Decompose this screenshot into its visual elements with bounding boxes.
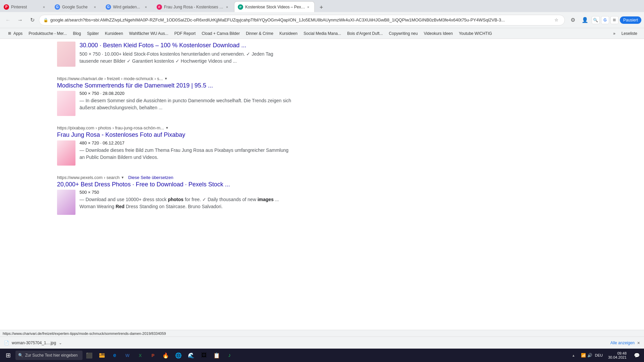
download-show-all-button[interactable]: Alle anzeigen xyxy=(610,341,635,345)
taskbar-icon-excel[interactable]: X xyxy=(134,349,146,361)
tab-loading-close[interactable]: × xyxy=(143,4,149,10)
bookmark-spaeter-label: Später xyxy=(87,31,99,36)
download-close-button[interactable]: × xyxy=(637,340,640,346)
google-favicon: G xyxy=(55,4,60,10)
profile-button[interactable]: 👤 xyxy=(580,15,590,25)
result-snippet-pixabay: — Downloade dieses freie Bild zum Thema … xyxy=(79,147,292,161)
result-title-pixabay[interactable]: Frau Jung Rosa - Kostenloses Foto auf Pi… xyxy=(57,131,292,139)
address-bar[interactable]: 🔒 google.at/search?tbs=sbi:AMhZZivpLzNge… xyxy=(39,15,565,25)
bookmark-produktsuche[interactable]: Produktsuche - Mer... xyxy=(26,29,69,38)
taskbar-icon-app2[interactable]: 📋 xyxy=(211,349,223,361)
bookmark-wahlfaecher-label: Wahlfächer WU Aus... xyxy=(129,31,168,36)
tab-pexels-title: Kostenlose Stock Videos – Pexe... xyxy=(245,5,306,9)
snippet-bold-images: images xyxy=(258,197,274,202)
result-url-pexels-arrow[interactable]: ▼ xyxy=(121,176,124,179)
taskbar-volume-icon: 🔊 xyxy=(587,353,592,358)
extension-icon-3[interactable]: ⊞ xyxy=(610,16,619,24)
bookmark-pdf[interactable]: PDF Report xyxy=(172,29,198,38)
bookmark-wahlfaecher[interactable]: Wahlfächer WU Aus... xyxy=(126,29,171,38)
result-meta-pexels-text: 500 × 750 xyxy=(79,190,99,195)
result-title-0[interactable]: 30.000 · Besten Kleid Fotos – 100 % Kost… xyxy=(79,42,292,49)
download-file-icon: 📄 xyxy=(4,341,9,345)
taskbar-search[interactable]: 🔍 Zur Suche Text hier eingeben xyxy=(15,351,83,360)
result-url-pexels: https://www.pexels.com › search ▼ Diese … xyxy=(57,175,292,180)
tab-loading[interactable]: G Wird geladen... × xyxy=(102,1,152,12)
bookmark-bois[interactable]: Bois d'Argent Duft... xyxy=(344,29,385,38)
new-tab-button[interactable]: + xyxy=(317,3,326,12)
taskbar-icon-chrome[interactable]: 🌐 xyxy=(172,349,184,361)
back-button[interactable]: ← xyxy=(3,15,13,25)
pixabay-favicon: F xyxy=(157,4,162,10)
taskbar-icon-taskview[interactable]: ⬛ xyxy=(83,349,95,361)
taskbar-search-icon: 🔍 xyxy=(18,353,23,358)
bookmark-socialmedia[interactable]: Social Media Mana... xyxy=(301,29,344,38)
forward-button[interactable]: → xyxy=(15,15,25,25)
result-text-pixabay: 480 × 720 · 06.12.2017 — Downloade diese… xyxy=(79,140,292,166)
result-meta-charivari: 500 × 750 · 28.08.2020 xyxy=(79,91,292,96)
bookmark-videokurs-label: Videokurs Ideen xyxy=(424,31,453,36)
taskbar-icon-edge2[interactable]: 🌊 xyxy=(185,349,197,361)
extension-icon-1[interactable]: 🔍 xyxy=(592,16,600,24)
result-title-charivari[interactable]: Modische Sommertrends für die Damenwelt … xyxy=(57,82,292,89)
leseliste-button[interactable]: Leseliste xyxy=(619,31,640,36)
address-bar-right: ☆ xyxy=(552,16,560,24)
bookmark-spaeter[interactable]: Später xyxy=(84,29,101,38)
tab-pixabay-close[interactable]: × xyxy=(224,4,230,10)
taskbar-notification-button[interactable]: 💬 xyxy=(631,349,643,361)
bookmark-produktsuche-label: Produktsuche - Mer... xyxy=(29,31,67,36)
download-chevron[interactable]: ⌄ xyxy=(59,341,62,345)
result-item-charivari: https://www.charivari.de › freizeit › mo… xyxy=(57,76,292,116)
download-item: 📄 woman-3075704_1....jpg ⌄ xyxy=(4,341,62,345)
result-image-placeholder-pexels xyxy=(57,190,75,215)
tab-pexels[interactable]: P Kostenlose Stock Videos – Pexe... × xyxy=(234,1,315,12)
snippet-bold-red: Red xyxy=(116,204,124,209)
tab-google-close[interactable]: × xyxy=(92,4,98,10)
extensions-button[interactable]: ⚙ xyxy=(568,15,578,25)
taskbar-lang: DEU xyxy=(594,353,604,357)
result-url-pixabay-arrow[interactable]: ▼ xyxy=(165,126,169,130)
tab-pinterest[interactable]: P Pinterest × xyxy=(0,1,50,12)
bookmark-star-icon[interactable]: ☆ xyxy=(552,16,560,24)
bookmark-copywriting[interactable]: Copywriting neu xyxy=(386,29,420,38)
nav-bar: ← → ↻ 🔒 google.at/search?tbs=sbi:AMhZZiv… xyxy=(0,12,644,28)
tab-pexels-close[interactable]: × xyxy=(306,4,311,10)
taskbar-icon-photos[interactable]: 🖼 xyxy=(198,349,210,361)
result-url-pixabay-text: https://pixabay.com › photos › frau-jung… xyxy=(57,125,164,130)
start-button[interactable]: ⊞ xyxy=(1,349,15,362)
tab-pinterest-close[interactable]: × xyxy=(41,4,47,10)
taskbar-icon-spotify[interactable]: ♪ xyxy=(223,349,235,361)
pausiert-button[interactable]: Pausiert xyxy=(620,16,641,24)
bookmark-youtube-label: Youtube WICHTIG xyxy=(459,31,492,36)
svg-rect-2 xyxy=(102,353,105,355)
bookmark-blog[interactable]: Blog xyxy=(70,29,84,38)
taskbar-icon-word[interactable]: W xyxy=(121,349,133,361)
result-body-pexels: 500 × 750 — Download and use 10000+ dres… xyxy=(57,190,292,215)
bookmark-cload[interactable]: Cload + Canva Bilder xyxy=(199,29,243,38)
pexels-favicon: P xyxy=(238,4,243,10)
result-title-pexels[interactable]: 20,000+ Best Dress Photos · Free to Down… xyxy=(57,181,292,188)
translate-link[interactable]: Diese Seite übersetzen xyxy=(128,175,173,180)
bookmark-apps[interactable]: ⊞ Apps xyxy=(4,29,25,38)
extension-icon-2[interactable]: G xyxy=(601,16,609,24)
bookmark-kursideen2[interactable]: Kursideen xyxy=(277,29,300,38)
reload-button[interactable]: ↻ xyxy=(27,15,38,25)
bookmark-cload-label: Cload + Canva Bilder xyxy=(202,31,240,36)
taskbar-arrow-icon[interactable]: ▲ xyxy=(568,349,580,361)
tab-loading-title: Wird geladen... xyxy=(113,5,143,9)
result-item-pixabay: https://pixabay.com › photos › frau-jung… xyxy=(57,125,292,165)
tab-google[interactable]: G Google Suche × xyxy=(51,1,101,12)
bookmark-dinner[interactable]: Dinner & Crime xyxy=(243,29,276,38)
bookmark-kursideen1[interactable]: Kursideen xyxy=(102,29,126,38)
taskbar-icon-powerpoint[interactable]: P xyxy=(147,349,159,361)
result-body-pixabay: 480 × 720 · 06.12.2017 — Downloade diese… xyxy=(57,140,292,166)
bookmarks-more-button[interactable]: » xyxy=(610,31,618,36)
taskbar-icon-app1[interactable]: 🔥 xyxy=(160,349,172,361)
result-url-charivari-arrow[interactable]: ▼ xyxy=(164,77,168,80)
bookmark-youtube[interactable]: Youtube WICHTIG xyxy=(456,29,495,38)
bookmark-videokurs[interactable]: Videokurs Ideen xyxy=(421,29,455,38)
tab-pixabay[interactable]: F Frau Jung Rosa - Kostenloses Fo... × xyxy=(153,1,233,12)
taskbar-icon-edge[interactable]: e xyxy=(109,349,121,361)
taskbar-date: 30.04.2021 xyxy=(608,355,627,359)
svg-rect-1 xyxy=(99,355,105,358)
taskbar-icon-explorer[interactable] xyxy=(96,349,108,361)
